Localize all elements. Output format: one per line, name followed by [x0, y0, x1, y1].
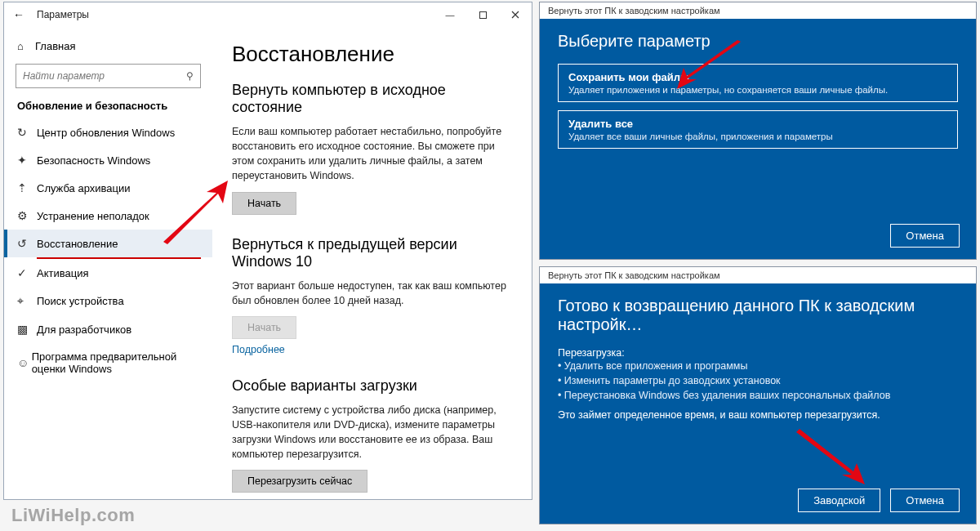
option-keep-files[interactable]: Сохранить мои файлы Удаляет приложения и… — [558, 64, 958, 102]
advanced-heading: Особые варианты загрузки — [232, 377, 512, 395]
watermark: LiWiHelp.com — [11, 505, 135, 526]
location-icon: ⌖ — [17, 294, 37, 308]
advanced-section: Особые варианты загрузки Запустите систе… — [232, 377, 512, 493]
annotation-arrow-icon — [793, 429, 866, 486]
factory-reset-button[interactable]: Заводской — [798, 489, 880, 512]
content-area: Восстановление Вернуть компьютер в исход… — [212, 27, 532, 499]
sidebar-item-activation[interactable]: ✓ Активация — [4, 259, 212, 287]
reset-heading: Вернуть компьютер в исходное состояние — [232, 82, 512, 116]
reboot-label: Перезагрузка: — [558, 347, 958, 359]
sidebar-item-backup[interactable]: ⇡ Служба архивации — [4, 174, 212, 202]
goback-heading: Вернуться к предыдущей версии Windows 10 — [232, 236, 512, 270]
code-icon: ▩ — [17, 323, 37, 336]
insider-icon: ☺ — [17, 356, 32, 369]
dialog-title: Вернуть этот ПК к заводским настройкам — [540, 267, 976, 283]
back-button[interactable]: ← — [9, 8, 29, 21]
sidebar-item-label: Безопасность Windows — [37, 154, 150, 167]
search-field[interactable] — [23, 70, 186, 82]
settings-window: ← Параметры ― ⌂ Главная ⚲ — [3, 2, 532, 500]
upload-icon: ⇡ — [17, 181, 37, 194]
sidebar-item-label: Программа предварительной оценки Windows — [32, 350, 199, 375]
goback-start-button: Начать — [232, 316, 296, 339]
option-title: Удалить все — [568, 118, 947, 130]
search-icon: ⚲ — [186, 70, 194, 82]
sidebar-item-windows-security[interactable]: ✦ Безопасность Windows — [4, 146, 212, 174]
sidebar-item-label: Восстановление — [37, 238, 118, 250]
option-title: Сохранить мои файлы — [568, 71, 947, 83]
home-link[interactable]: ⌂ Главная — [4, 33, 212, 59]
sidebar-item-label: Служба архивации — [37, 182, 131, 194]
goback-section: Вернуться к предыдущей версии Windows 10… — [232, 236, 512, 356]
cancel-button[interactable]: Отмена — [890, 224, 960, 248]
advanced-desc: Запустите систему с устройства либо диск… — [232, 403, 512, 462]
bullet-item: • Переустановка Windows без удаления ваш… — [558, 390, 958, 401]
check-icon: ✓ — [17, 266, 37, 279]
home-icon: ⌂ — [17, 40, 35, 52]
sidebar-item-label: Поиск устройства — [37, 295, 124, 307]
reset-section: Вернуть компьютер в исходное состояние Е… — [232, 82, 512, 215]
sidebar-item-find-device[interactable]: ⌖ Поиск устройства — [4, 287, 212, 315]
wrench-icon: ⚙ — [17, 209, 37, 222]
search-input[interactable]: ⚲ — [16, 64, 201, 88]
reset-dialog-choose: Вернуть этот ПК к заводским настройкам В… — [539, 2, 977, 260]
sidebar-item-insider[interactable]: ☺ Программа предварительной оценки Windo… — [4, 343, 212, 382]
reset-dialog-ready: Вернуть этот ПК к заводским настройкам Г… — [539, 266, 977, 524]
sidebar-item-label: Активация — [37, 267, 88, 279]
titlebar: ← Параметры ― — [4, 2, 532, 27]
history-icon: ↺ — [17, 237, 37, 250]
sidebar-item-recovery[interactable]: ↺ Восстановление — [4, 230, 212, 257]
sidebar-item-windows-update[interactable]: ↻ Центр обновления Windows — [4, 118, 212, 146]
cancel-button[interactable]: Отмена — [890, 489, 960, 512]
bullet-item: • Удалить все приложения и программы — [558, 360, 958, 372]
reset-start-button[interactable]: Начать — [232, 192, 296, 215]
page-title: Восстановление — [232, 42, 512, 67]
sidebar-item-label: Устранение неполадок — [37, 210, 149, 222]
dialog-heading: Выберите параметр — [558, 32, 958, 51]
sidebar-item-label: Центр обновления Windows — [37, 127, 175, 139]
dialog-title: Вернуть этот ПК к заводским настройкам — [540, 2, 976, 19]
reset-desc: Если ваш компьютер работает нестабильно,… — [232, 124, 512, 184]
sidebar: ⌂ Главная ⚲ Обновление и безопасность ↻ … — [4, 27, 212, 499]
home-label: Главная — [35, 40, 75, 52]
option-desc: Удаляет приложения и параметры, но сохра… — [568, 85, 947, 95]
minimize-button[interactable]: ― — [434, 2, 466, 27]
maximize-button[interactable] — [466, 2, 499, 27]
close-button[interactable] — [499, 2, 532, 27]
goback-desc: Этот вариант больше недоступен, так как … — [232, 279, 512, 308]
shield-icon: ✦ — [17, 154, 37, 167]
option-desc: Удаляет все ваши личные файлы, приложени… — [568, 132, 947, 141]
app-title: Параметры — [29, 9, 89, 20]
sidebar-item-label: Для разработчиков — [37, 324, 131, 336]
goback-more-link[interactable]: Подробнее — [232, 344, 285, 355]
dialog-note: Это займет определенное время, и ваш ком… — [558, 409, 958, 421]
sidebar-item-troubleshoot[interactable]: ⚙ Устранение неполадок — [4, 202, 212, 230]
section-label: Обновление и безопасность — [4, 96, 212, 118]
option-remove-all[interactable]: Удалить все Удаляет все ваши личные файл… — [558, 110, 958, 149]
sidebar-item-developers[interactable]: ▩ Для разработчиков — [4, 315, 212, 343]
bullet-item: • Изменить параметры до заводских устано… — [558, 375, 958, 386]
dialog-heading: Готово к возвращению данного ПК к заводс… — [558, 297, 958, 334]
sync-icon: ↻ — [17, 126, 37, 139]
advanced-restart-button[interactable]: Перезагрузить сейчас — [232, 470, 368, 493]
